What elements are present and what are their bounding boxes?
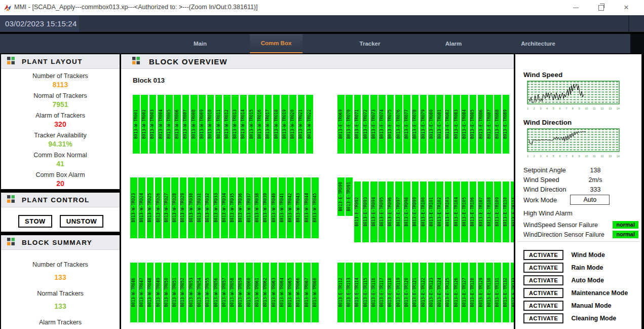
tab-alarm[interactable]: Alarm <box>435 34 472 53</box>
tracker-bar[interactable]: B013-E-TR108 <box>486 181 493 242</box>
tracker-bar[interactable]: B013-W-TR002 <box>141 95 148 154</box>
tracker-bar[interactable]: B013-E-TR080 <box>428 95 435 154</box>
tracker-bar[interactable]: B013-W-TR052 <box>180 263 187 322</box>
tracker-bar[interactable]: B013-W-TR060 <box>246 263 253 322</box>
tracker-bar[interactable]: B013-E-TR112 <box>337 263 345 322</box>
tracker-bar[interactable]: B013-W-TR055 <box>205 263 212 322</box>
tracker-bar[interactable]: B013-W-TR034 <box>221 177 228 238</box>
tracker-bar[interactable]: B013-E-TR113 <box>346 263 353 322</box>
tracker-bar[interactable]: B013-W-TR066 <box>295 263 302 322</box>
tracker-bar[interactable]: B013-W-TR025 <box>147 177 154 238</box>
tracker-bar[interactable]: B013-E-TR093 <box>362 181 369 242</box>
tracker-bar[interactable]: B013-E-TR118 <box>387 263 394 322</box>
tracker-bar[interactable]: B013-E-TR082 <box>445 95 452 154</box>
tracker-bar[interactable]: B013-W-TR021 <box>298 95 305 154</box>
activate-wind-mode-button[interactable]: ACTIVATE <box>523 250 563 260</box>
tracker-bar[interactable]: B013-E-TR083 <box>453 95 460 154</box>
tracker-bar[interactable]: B013-W-TR020 <box>289 95 296 154</box>
tracker-bar[interactable]: B013-E-TR070 <box>346 95 353 154</box>
stow-button[interactable]: STOW <box>18 215 52 228</box>
tracker-bar[interactable]: B013-W-TR048 <box>147 263 154 322</box>
tracker-bar[interactable]: B013-W-TR063 <box>271 263 278 322</box>
tracker-bar[interactable]: B013-W-TR064 <box>279 263 286 322</box>
tracker-bar[interactable]: B013-E-TR115 <box>362 263 369 322</box>
tracker-bar[interactable]: B013-E-TR106 <box>470 181 477 242</box>
activate-manual-mode-button[interactable]: ACTIVATE <box>523 301 563 311</box>
tracker-bar[interactable]: B013-W-TR029 <box>180 177 187 238</box>
tracker-bar[interactable]: B013-W-TR040 <box>271 177 278 238</box>
tracker-bar[interactable]: B013-E-TR091 <box>346 177 353 216</box>
activate-maintenance-mode-button[interactable]: ACTIVATE <box>523 288 563 298</box>
tracker-bar[interactable]: B013-W-TR051 <box>171 263 178 322</box>
tracker-bar[interactable]: B013-E-TR076 <box>395 95 402 154</box>
tracker-bar[interactable]: B013-W-TR027 <box>163 177 170 238</box>
tracker-bar[interactable]: B013-E-TR125 <box>445 263 452 322</box>
tab-comm-box[interactable]: Comm Box <box>250 34 302 53</box>
tracker-bar[interactable]: B013-E-TR072 <box>362 95 369 154</box>
tracker-bar[interactable]: B013-W-TR026 <box>155 177 162 238</box>
tracker-bar[interactable]: B013-W-TR016 <box>256 95 263 154</box>
tracker-bar[interactable]: B013-W-TR041 <box>279 177 286 238</box>
tracker-bar[interactable]: B013-W-TR056 <box>213 263 220 322</box>
tracker-bar[interactable]: B013-W-TR007 <box>182 95 190 154</box>
tracker-bar[interactable]: B013-E-TR094 <box>370 181 377 242</box>
tab-main[interactable]: Main <box>183 34 217 53</box>
tracker-bar[interactable]: B013-E-TR099 <box>412 181 419 242</box>
tracker-bar[interactable]: B013-E-TR121 <box>412 263 419 322</box>
tracker-bar[interactable]: B013-E-TR119 <box>395 263 402 322</box>
tracker-bar[interactable]: B013-E-TR069 <box>337 95 345 154</box>
tracker-bar[interactable]: B013-E-TR124 <box>436 263 443 322</box>
tracker-bar[interactable]: B013-E-TR102 <box>436 181 443 242</box>
tracker-bar[interactable]: B013-E-TR079 <box>420 95 427 154</box>
tracker-bar[interactable]: B013-W-TR043 <box>295 177 302 238</box>
unstow-button[interactable]: UNSTOW <box>60 215 104 228</box>
tracker-bar[interactable]: B013-W-TR059 <box>238 263 245 322</box>
tracker-bar[interactable]: B013-E-TR097 <box>395 181 402 242</box>
tracker-bar[interactable]: B013-E-TR078 <box>412 95 419 154</box>
tracker-bar[interactable]: B013-E-TR126 <box>453 263 460 322</box>
tracker-bar[interactable]: B013-E-TR096 <box>387 181 394 242</box>
tracker-bar[interactable]: B013-E-TR111 <box>511 181 514 242</box>
tracker-bar[interactable]: B013-E-TR116 <box>370 263 377 322</box>
tracker-bar[interactable]: B013-W-TR050 <box>163 263 170 322</box>
tracker-bar[interactable]: B013-E-TR122 <box>420 263 427 322</box>
tracker-bar[interactable]: B013-W-TR032 <box>205 177 212 238</box>
tracker-bar[interactable]: B013-W-TR031 <box>196 177 203 238</box>
tracker-bar[interactable]: B013-W-TR008 <box>191 95 198 154</box>
tracker-bar[interactable]: B013-W-TR011 <box>215 95 222 154</box>
close-button[interactable]: × <box>615 0 638 15</box>
tracker-bar[interactable]: B013-E-TR104 <box>453 181 460 242</box>
tracker-bar[interactable]: B013-E-TR092 <box>354 181 361 242</box>
activate-auto-mode-button[interactable]: ACTIVATE <box>523 275 563 285</box>
tracker-bar[interactable]: B013-W-TR047 <box>138 263 145 322</box>
tab-tracker[interactable]: Tracker <box>350 34 391 53</box>
tracker-bar[interactable]: B013-W-TR024 <box>138 177 145 238</box>
tracker-bar[interactable]: B013-E-TR101 <box>428 181 435 242</box>
tracker-bar[interactable]: B013-E-TR077 <box>403 95 410 154</box>
tracker-bar[interactable]: B013-W-TR004 <box>158 95 165 154</box>
tracker-bar[interactable]: B013-E-TR095 <box>378 181 386 242</box>
tracker-bar[interactable]: B013-E-TR074 <box>378 95 386 154</box>
tracker-bar[interactable]: B013-W-TR015 <box>248 95 255 154</box>
tracker-bar[interactable]: B013-W-TR038 <box>254 177 261 238</box>
minimize-button[interactable] <box>564 0 587 15</box>
tracker-bar[interactable]: B013-E-TR107 <box>478 181 485 242</box>
tracker-bar[interactable]: B013-W-TR010 <box>207 95 214 154</box>
tracker-bar[interactable]: B013-W-TR046 <box>130 263 137 322</box>
tracker-bar[interactable]: B013-E-TR073 <box>370 95 377 154</box>
tracker-bar[interactable]: B013-E-TR075 <box>387 95 394 154</box>
tracker-bar[interactable]: B013-W-TR012 <box>223 95 231 154</box>
tracker-bar[interactable]: B013-E-TR089 <box>503 95 510 154</box>
tracker-bar[interactable]: B013-W-TR058 <box>229 263 236 322</box>
tracker-bar[interactable]: B013-W-TR035 <box>229 177 236 238</box>
tracker-bar[interactable]: B013-W-TR014 <box>240 95 247 154</box>
tracker-bar[interactable]: B013-W-TR030 <box>188 177 195 238</box>
activate-rain-mode-button[interactable]: ACTIVATE <box>523 263 563 273</box>
tracker-bar[interactable]: B013-W-TR006 <box>174 95 181 154</box>
tracker-bar[interactable]: B013-W-TR036 <box>238 177 245 238</box>
tracker-bar[interactable]: B013-E-TR105 <box>461 181 468 242</box>
tracker-bar[interactable]: B013-W-TR062 <box>262 263 270 322</box>
tracker-bar[interactable]: B013-E-TR129 <box>478 263 485 322</box>
tracker-bar[interactable]: B013-W-TR044 <box>304 177 311 238</box>
tracker-bar[interactable]: B013-E-TR130 <box>486 263 493 322</box>
